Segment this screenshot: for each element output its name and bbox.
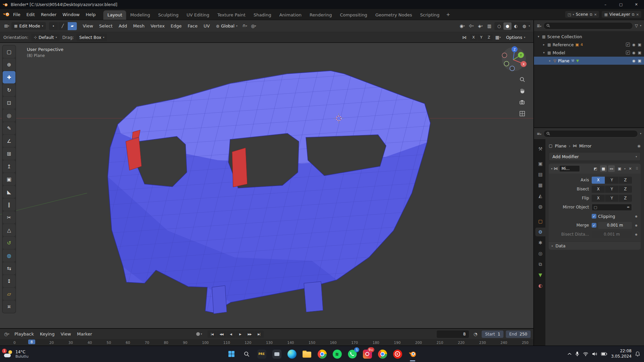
bisect-axis-button[interactable]: Y [605,186,618,193]
start-frame-field[interactable]: Start 1 [482,330,503,338]
tool-button[interactable]: ✚ [3,71,15,83]
transport-button[interactable]: ▶| [255,330,264,338]
clock-widget[interactable]: 22:08 3.05.2024 [611,349,632,359]
clipping-checkbox[interactable]: ✓ [592,214,596,219]
edge-icon[interactable] [285,347,299,361]
snap-toggle[interactable]: ∪▾ [241,22,249,30]
on-cage-toggle[interactable]: ◩ [592,165,599,172]
tree-row-active-object[interactable]: ▸ ▽ Plane ⚒ ▼ ◉ ▣ [534,57,644,65]
data-subpanel-header[interactable]: ▸ Data [549,241,641,250]
search-button[interactable] [240,347,253,361]
menu-item[interactable]: Mesh [130,22,148,29]
disable-render-camera-icon[interactable]: ▣ [638,43,641,47]
disclosure-icon[interactable]: ▾ [542,51,546,54]
properties-search-input[interactable] [543,130,638,137]
tool-button[interactable]: ▱ [3,288,15,300]
tree-row[interactable]: ▾ ▥ Model ✓ ◉ ▣ [534,49,644,57]
youtube-music-icon[interactable]: ▶ [391,347,404,361]
tool-button[interactable]: ¤ [3,300,15,313]
tool-button[interactable]: ↻ [3,84,15,96]
maximize-button[interactable]: ▢ [613,0,629,9]
volume-icon[interactable] [592,352,597,356]
blender-taskbar-icon[interactable] [406,347,419,361]
outliner-editor-type-button[interactable]: ≣▾ [537,23,541,28]
blender-logo-icon[interactable] [3,12,10,17]
timeline-editor-type-button[interactable]: ◷▾ [3,330,11,338]
edit-mode-toggle[interactable]: ▦ [600,165,607,172]
bisect-distance-field[interactable]: 0.001 m [592,231,632,238]
flip-axis-button[interactable]: Z [619,195,632,202]
menu-item[interactable]: Vertex [148,22,168,29]
options-dropdown[interactable]: Options ▾ [503,34,528,41]
tool-button[interactable]: ∠ [3,135,15,147]
mirror-axis-button[interactable]: Y [478,34,485,41]
breadcrumb-modifier[interactable]: Mirror [579,143,592,148]
menu-item[interactable]: Window [59,11,83,18]
transport-button[interactable]: |◀ [208,330,217,338]
properties-tab[interactable]: ▼ [535,270,545,279]
tool-button[interactable]: ▣ [3,173,15,185]
properties-tab[interactable]: ⧉ [535,260,545,268]
disclosure-icon[interactable]: ▸ [548,59,552,62]
use-preview-range-icon[interactable]: ◔ [471,330,479,338]
merge-threshold-field[interactable]: 0.001 m [598,222,632,229]
workspace-tab[interactable]: Texture Paint [213,10,250,20]
decorator-dot[interactable]: ● [635,224,638,227]
mirror-axis-button[interactable]: Z [485,34,493,41]
tool-button[interactable]: ◎ [3,109,15,122]
transport-button[interactable]: ◀ [226,330,235,338]
menu-item[interactable]: Select [96,22,116,29]
transport-button[interactable]: ◀◀ [217,330,226,338]
spotify-icon[interactable]: ≋ [330,347,344,361]
axis-y-button[interactable]: Y [605,177,618,184]
snap-steps-icon[interactable]: ▦▾ [494,33,502,41]
add-modifier-button[interactable]: Add Modifier ▾ [549,152,641,161]
rendered-shading-button[interactable]: ◍ [520,22,528,30]
end-frame-field[interactable]: End 250 [506,330,531,338]
workspace-tab[interactable]: Geometry Nodes [371,10,416,20]
workspace-tab[interactable]: Layout [103,10,126,20]
close-button[interactable]: ✕ [629,0,644,9]
viewlayer-selector[interactable]: ▦ ViewLayer ⧉ ✕ [602,11,641,18]
orthographic-grid-icon[interactable] [519,111,525,117]
hide-eye-icon[interactable]: ◉ [632,59,636,63]
menu-item[interactable]: Add [116,22,130,29]
properties-tab[interactable]: ▢ [535,217,545,226]
properties-tab[interactable]: ◭ [535,191,545,200]
orientation-dropdown[interactable]: ◍ Global ▾ [213,22,240,30]
unlink-scene-icon[interactable]: ✕ [594,13,597,16]
properties-tab[interactable]: ▤ [535,170,545,179]
car-model[interactable] [108,71,430,314]
decorator-dot[interactable]: ● [635,233,638,236]
tool-button[interactable]: ⊞ [3,147,15,160]
notification-bell-icon[interactable] [635,351,640,357]
bisect-axis-button[interactable]: X [592,186,605,193]
orientation-value-dropdown[interactable]: ⊹ Default ▾ [31,34,60,41]
menu-item[interactable]: Edit [23,11,38,18]
solid-shading-button[interactable]: ● [503,22,512,30]
exclude-checkbox[interactable]: ✓ [626,43,630,47]
workspace-tab[interactable]: Sculpting [154,10,182,20]
modifier-header[interactable]: ▾ ⋈ Mi... ◩ ▦ ▭ ▣ ▾ ✕ ⠿ [549,164,641,174]
disable-render-camera-icon[interactable]: ▣ [638,51,641,55]
modifier-name-field[interactable]: Mi... [559,165,580,172]
workspace-tab[interactable]: Compositing [336,10,371,20]
object-visibility-button[interactable]: ◉▾ [458,22,466,30]
instagram-icon[interactable]: 9+ [361,347,374,361]
merge-checkbox[interactable]: ✓ [592,223,596,228]
flip-axis-button[interactable]: X [592,195,605,202]
collapse-icon[interactable]: ▾ [551,167,552,170]
tool-button[interactable]: ⊡ [3,97,15,109]
overlays-button[interactable]: ◈▾ [476,22,484,30]
properties-tab[interactable]: ⚙ [535,228,545,236]
workspace-tab[interactable]: Rendering [306,10,336,20]
properties-tab[interactable]: ▣ [535,159,545,168]
material-shading-button[interactable]: ◐ [512,22,520,30]
start-button[interactable] [225,347,238,361]
tool-button[interactable]: ⊕ [3,58,15,71]
tool-button[interactable]: ↕ [3,275,15,287]
eyedropper-icon[interactable]: ✒ [627,205,630,209]
gizmo-minus-x-axis[interactable] [502,53,507,58]
disclosure-icon[interactable]: ▸ [542,43,546,46]
tool-button[interactable]: ◍ [3,249,15,262]
